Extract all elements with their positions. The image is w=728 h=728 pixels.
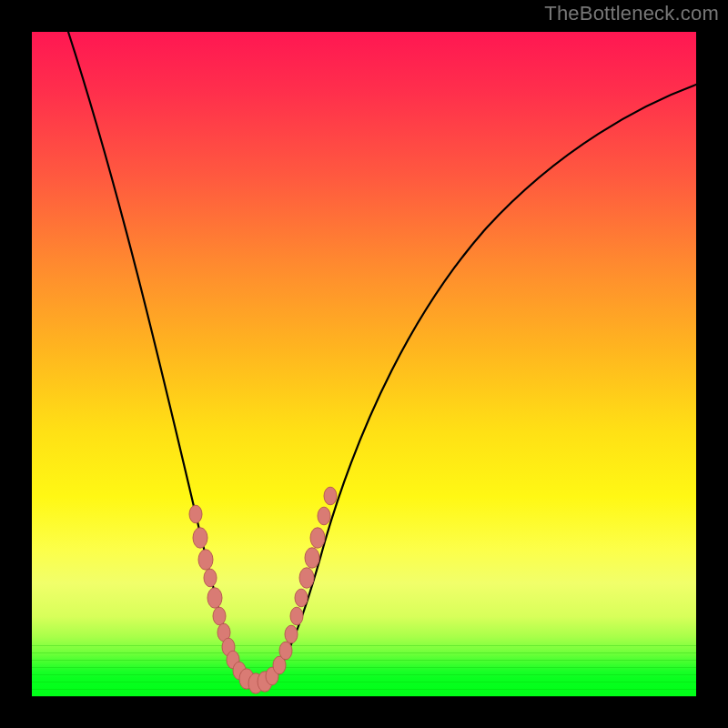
- sample-dot: [189, 505, 202, 523]
- sample-dot: [299, 568, 314, 588]
- sample-dot: [324, 487, 337, 505]
- sample-dot: [204, 569, 217, 587]
- watermark-text: TheBottleneck.com: [544, 2, 719, 25]
- sample-dot: [318, 507, 330, 525]
- sample-dot: [207, 588, 222, 608]
- bottleneck-curve: [68, 32, 696, 682]
- sample-dot: [285, 625, 298, 643]
- curve-layer: [32, 32, 696, 696]
- sample-dot: [279, 642, 292, 660]
- sample-dot: [198, 550, 213, 570]
- sample-dot: [295, 589, 308, 607]
- sample-dot: [193, 528, 207, 548]
- sample-dot: [290, 607, 303, 625]
- sample-dot: [310, 528, 325, 548]
- sample-dots-group: [189, 487, 337, 693]
- sample-dot: [213, 607, 226, 625]
- plot-area: [32, 32, 696, 696]
- chart-frame: TheBottleneck.com: [0, 0, 728, 728]
- sample-dot: [305, 548, 319, 568]
